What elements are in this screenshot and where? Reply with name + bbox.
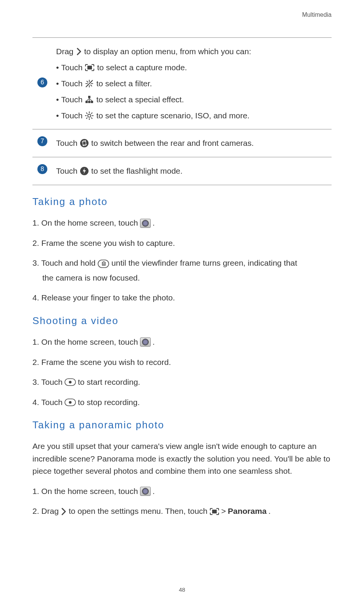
text: Touch [56,163,77,179]
camera-app-icon [140,487,151,496]
svg-line-24 [91,113,92,114]
text: to open the settings menu. Then, touch [69,505,208,518]
text: . [269,505,271,518]
text: 3. Touch [32,376,63,389]
pano-step-2: 2. Drag to open the settings menu. Then,… [32,505,332,518]
svg-rect-11 [85,101,88,103]
bullet: • [56,92,59,107]
camera-app-icon [140,337,151,347]
pano-intro: Are you still upset that your camera's v… [32,440,332,478]
text: 1. On the home screen, touch [32,217,138,229]
text: 2. Frame the scene you wish to record. [32,356,171,369]
capture-mode-icon [209,508,219,515]
chevron-right-icon [61,507,67,516]
row8-line: Touch to set the flashlight mode. [56,163,332,179]
pano-step-1: 1. On the home screen, touch . [32,485,332,498]
badge-cell: 6 [32,43,52,87]
svg-point-17 [88,114,91,117]
svg-rect-12 [88,101,90,103]
svg-point-34 [69,381,72,384]
video-step-2: 2. Frame the scene you wish to record. [32,356,332,369]
record-icon [64,378,76,386]
page-number: 48 [0,586,364,593]
capture-mode-icon [85,64,95,71]
text: . [153,336,155,349]
bullet: • [56,108,59,123]
text: Touch [61,92,82,107]
text: Touch [61,60,82,75]
row6-b2: • Touch to select a filter. [56,76,332,91]
photo-step-1: 1. On the home screen, touch . [32,217,332,229]
text: to start recording. [78,376,140,389]
svg-point-36 [69,401,72,403]
svg-line-6 [90,85,92,86]
video-step-4: 4. Touch to stop recording. [32,396,332,409]
row7-content: Touch to switch between the rear and fro… [52,135,332,152]
text: to select a special effect. [96,92,184,107]
text: . [153,485,155,498]
row7-line: Touch to switch between the rear and fro… [56,136,332,151]
badge-cell: 7 [32,135,52,146]
text: to select a capture mode. [97,60,187,75]
text: . [153,217,155,229]
svg-line-25 [86,118,87,119]
svg-rect-13 [91,101,93,103]
text: 1. On the home screen, touch [32,336,138,349]
photo-step-3: 3. Touch and hold until the viewfinder f… [32,257,332,284]
svg-line-15 [87,98,89,101]
badge-7: 7 [37,136,47,146]
video-step-1: 1. On the home screen, touch . [32,336,332,349]
text: until the viewfinder frame turns green, … [111,258,297,267]
text: Touch [61,76,82,91]
text: Drag [56,44,74,59]
chevron-right-icon [76,47,82,56]
shutter-icon [98,260,109,268]
text: to set the flashlight mode. [91,163,182,179]
row6-content: Drag to display an option menu, from whi… [52,43,332,124]
svg-rect-10 [88,96,90,98]
row6-b3: • Touch to select a special effect. [56,92,332,107]
text-cont: the camera is now focused. [32,272,332,284]
svg-rect-0 [87,66,92,69]
photo-step-4: 4. Release your finger to take the photo… [32,292,332,304]
camera-app-icon [140,219,151,228]
text: 3. Touch and hold [32,258,95,267]
bullet: • [56,60,59,75]
row6-line1: Drag to display an option menu, from whi… [56,44,332,59]
row8-content: Touch to set the flashlight mode. [52,163,332,179]
text: to stop recording. [78,396,140,409]
special-effect-icon [85,95,94,104]
text: to set the capture scenario, ISO, and mo… [96,108,250,123]
svg-point-32 [103,263,105,265]
text: to switch between the rear and front cam… [91,136,254,151]
svg-rect-37 [212,510,217,513]
table-row: 6 Drag to display an option menu, from w… [32,38,332,129]
row6-b1: • Touch to select a capture mode. [56,60,332,75]
text: 4. Release your finger to take the photo… [32,292,175,304]
badge-8: 8 [37,164,47,174]
text: 4. Touch [32,396,63,409]
heading-taking-photo: Taking a photo [32,196,332,208]
flash-icon [80,166,89,176]
text: 2. Drag [32,505,59,518]
filter-icon [85,79,94,88]
text: to select a filter. [96,76,152,91]
text: 1. On the home screen, touch [32,485,138,498]
video-step-3: 3. Touch to start recording. [32,376,332,389]
svg-line-22 [86,113,87,114]
bullet: • [56,76,59,91]
feature-table: 6 Drag to display an option menu, from w… [32,37,332,185]
switch-camera-icon [80,139,89,148]
record-icon [64,399,76,406]
svg-line-16 [89,98,92,101]
badge-cell: 8 [32,163,52,174]
badge-6: 6 [37,77,47,87]
gear-icon [85,111,94,120]
table-row: 7 Touch to switch between the rear and f… [32,129,332,157]
heading-shooting-video: Shooting a video [32,315,332,327]
text: Touch [56,136,77,151]
svg-line-23 [91,118,92,119]
panorama-label: Panorama [228,505,267,518]
text: to display an option menu, from which yo… [84,44,251,59]
svg-line-5 [87,81,88,82]
